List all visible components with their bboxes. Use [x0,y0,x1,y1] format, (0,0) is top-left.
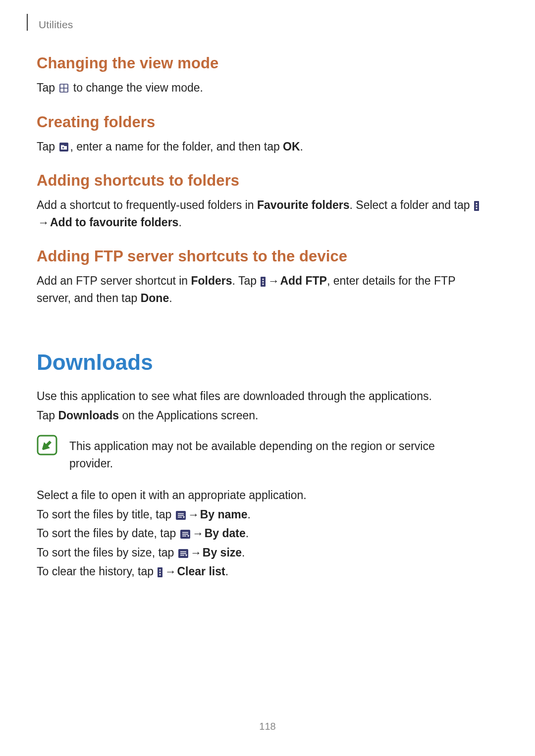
para-select-file: Select a file to open it with an appropr… [37,487,481,504]
para-sort-size: To sort the files by size, tap → By size… [37,544,481,561]
new-folder-icon [59,142,69,152]
para-view-mode: Tap to change the view mode. [37,79,481,97]
note-text: This application may not be available de… [69,435,481,472]
text-bold: Downloads [58,409,119,422]
text-bold: OK [283,140,300,153]
text: to change the view mode. [70,81,203,94]
text: Tap [37,409,58,422]
text: . Tap [232,274,260,287]
text: To sort the files by size, tap [37,546,177,559]
text-bold: Add to favourite folders [50,216,178,229]
page-number: 118 [0,721,535,732]
heading-ftp-shortcuts: Adding FTP server shortcuts to the devic… [37,248,481,265]
menu-icon [474,201,479,211]
para-creating-folders: Tap , enter a name for the folder, and t… [37,138,481,155]
arrow: → [38,214,49,231]
note-callout: This application may not be available de… [37,435,481,472]
para-clear-history: To clear the history, tap → Clear list. [37,563,481,580]
breadcrumb: Utilities [39,19,73,31]
text-bold: Folders [191,274,232,287]
text: . [248,508,251,521]
sort-icon [176,511,186,520]
para-sort-title: To sort the files by title, tap → By nam… [37,506,481,523]
text: . [225,565,228,578]
grid-icon [59,83,69,93]
text: . [242,546,245,559]
arrow: → [188,506,199,523]
text: . [169,292,172,304]
text: Tap [37,140,58,153]
para-shortcuts-folders: Add a shortcut to frequently-used folder… [37,197,481,231]
text: on the Applications screen. [119,409,258,422]
text-bold: By size [203,546,242,559]
text-bold: By name [200,508,248,521]
sort-icon [178,549,188,558]
sort-icon [180,530,190,539]
heading-view-mode: Changing the view mode [37,54,481,72]
arrow: → [164,563,176,580]
heading-shortcuts-folders: Adding shortcuts to folders [37,172,481,190]
text: . [246,527,249,540]
text: To sort the files by title, tap [37,508,175,521]
note-icon [37,435,57,457]
text-bold: Done [141,292,169,304]
text: Add a shortcut to frequently-used folder… [37,199,257,211]
para-ftp-shortcuts: Add an FTP server shortcut in Folders. T… [37,272,481,306]
text: . [300,140,303,153]
menu-icon [261,277,266,287]
text: Add an FTP server shortcut in [37,274,191,287]
heading-downloads: Downloads [37,350,481,375]
para-downloads-intro2: Tap Downloads on the Applications screen… [37,407,481,424]
page-header: Utilities [27,15,500,31]
text: , enter a name for the folder, and then … [70,140,283,153]
para-downloads-intro1: Use this application to see what files a… [37,388,481,405]
arrow: → [192,525,204,542]
text: To sort the files by date, tap [37,527,179,540]
text: . [178,216,181,229]
text-bold: By date [205,527,246,540]
text-bold: Add FTP [280,274,327,287]
text: . Select a folder and tap [350,199,473,211]
heading-creating-folders: Creating folders [37,113,481,131]
text: To clear the history, tap [37,565,157,578]
header-rule [27,14,28,31]
arrow: → [190,544,202,561]
arrow: → [268,272,279,290]
menu-icon [158,567,162,577]
text-bold: Clear list [177,565,225,578]
text: Tap [37,81,58,94]
para-sort-date: To sort the files by date, tap → By date… [37,525,481,542]
text-bold: Favourite folders [257,199,350,211]
